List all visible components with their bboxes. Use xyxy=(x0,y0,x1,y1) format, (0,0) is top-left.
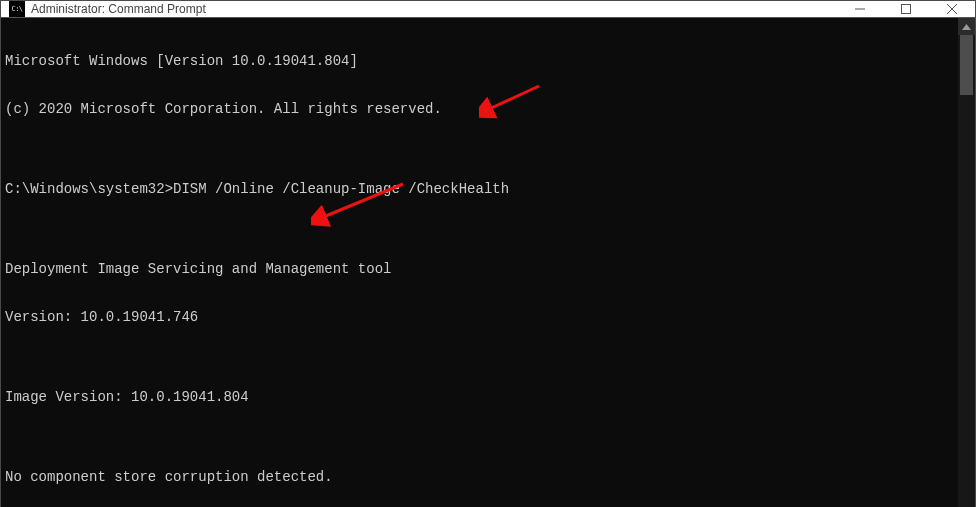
scroll-up-button[interactable] xyxy=(958,18,975,35)
terminal-output[interactable]: Microsoft Windows [Version 10.0.19041.80… xyxy=(1,18,958,507)
window-controls xyxy=(837,1,975,17)
annotation-arrow-icon xyxy=(311,146,411,260)
minimize-button[interactable] xyxy=(837,1,883,17)
terminal-line: Image Version: 10.0.19041.804 xyxy=(5,389,954,405)
terminal-line: (c) 2020 Microsoft Corporation. All righ… xyxy=(5,101,954,117)
terminal-line: Version: 10.0.19041.746 xyxy=(5,309,954,325)
app-icon: C:\ xyxy=(9,1,25,17)
svg-rect-1 xyxy=(902,5,911,14)
client-area: Microsoft Windows [Version 10.0.19041.80… xyxy=(1,18,975,507)
scroll-track[interactable] xyxy=(958,35,975,507)
terminal-line: Deployment Image Servicing and Managemen… xyxy=(5,261,954,277)
command-prompt-window: C:\ Administrator: Command Prompt Micros… xyxy=(0,0,976,507)
close-button[interactable] xyxy=(929,1,975,17)
maximize-button[interactable] xyxy=(883,1,929,17)
terminal-line: C:\Windows\system32>DISM /Online /Cleanu… xyxy=(5,181,954,197)
titlebar[interactable]: C:\ Administrator: Command Prompt xyxy=(1,1,975,18)
scroll-thumb[interactable] xyxy=(960,35,973,95)
window-title: Administrator: Command Prompt xyxy=(31,2,837,16)
terminal-line: Microsoft Windows [Version 10.0.19041.80… xyxy=(5,53,954,69)
vertical-scrollbar[interactable] xyxy=(958,18,975,507)
terminal-line: No component store corruption detected. xyxy=(5,469,954,485)
